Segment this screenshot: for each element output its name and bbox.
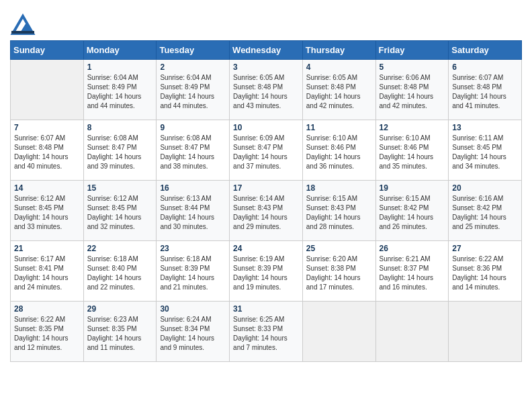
- sunset-label: Sunset: 8:39 PM: [233, 265, 283, 272]
- calendar-cell: 27 Sunrise: 6:22 AM Sunset: 8:36 PM Dayl…: [449, 241, 522, 302]
- day-info: Sunrise: 6:10 AM Sunset: 8:46 PM Dayligh…: [306, 134, 372, 171]
- day-info: Sunrise: 6:04 AM Sunset: 8:49 PM Dayligh…: [160, 73, 226, 111]
- daylight-label: Daylight: 14 hours and 43 minutes.: [233, 93, 287, 109]
- calendar-cell: 1 Sunrise: 6:04 AM Sunset: 8:49 PM Dayli…: [83, 60, 157, 120]
- day-number: 5: [380, 62, 445, 72]
- calendar-cell: 8 Sunrise: 6:08 AM Sunset: 8:47 PM Dayli…: [83, 120, 157, 181]
- calendar-cell: 14 Sunrise: 6:12 AM Sunset: 8:45 PM Dayl…: [11, 181, 84, 241]
- sunrise-label: Sunrise: 6:18 AM: [87, 255, 138, 263]
- calendar-cell: 22 Sunrise: 6:18 AM Sunset: 8:40 PM Dayl…: [83, 241, 157, 302]
- day-info: Sunrise: 6:15 AM Sunset: 8:43 PM Dayligh…: [306, 194, 372, 232]
- sunset-label: Sunset: 8:47 PM: [160, 144, 210, 151]
- sunrise-label: Sunrise: 6:06 AM: [380, 74, 431, 81]
- weekday-header-sunday: Sunday: [11, 41, 84, 60]
- sunrise-label: Sunrise: 6:22 AM: [452, 255, 503, 263]
- daylight-label: Daylight: 14 hours and 9 minutes.: [160, 334, 214, 351]
- day-number: 18: [306, 183, 372, 193]
- calendar-week-row: 1 Sunrise: 6:04 AM Sunset: 8:49 PM Dayli…: [11, 60, 522, 120]
- sunrise-label: Sunrise: 6:19 AM: [233, 255, 284, 263]
- daylight-label: Daylight: 14 hours and 44 minutes.: [87, 93, 142, 109]
- calendar-cell: 18 Sunrise: 6:15 AM Sunset: 8:43 PM Dayl…: [302, 181, 375, 241]
- calendar-cell: 4 Sunrise: 6:05 AM Sunset: 8:48 PM Dayli…: [302, 60, 375, 120]
- day-number: 16: [160, 183, 226, 193]
- sunrise-label: Sunrise: 6:09 AM: [233, 134, 284, 142]
- logo: [10, 11, 38, 36]
- sunrise-label: Sunrise: 6:14 AM: [233, 195, 284, 202]
- sunrise-label: Sunrise: 6:12 AM: [87, 195, 138, 202]
- calendar-week-row: 28 Sunrise: 6:22 AM Sunset: 8:35 PM Dayl…: [11, 302, 522, 362]
- calendar-cell: 16 Sunrise: 6:13 AM Sunset: 8:44 PM Dayl…: [157, 181, 230, 241]
- sunrise-label: Sunrise: 6:24 AM: [160, 316, 211, 323]
- sunrise-label: Sunrise: 6:10 AM: [380, 134, 431, 142]
- sunset-label: Sunset: 8:35 PM: [14, 325, 64, 332]
- day-info: Sunrise: 6:14 AM Sunset: 8:43 PM Dayligh…: [233, 194, 299, 232]
- day-info: Sunrise: 6:19 AM Sunset: 8:39 PM Dayligh…: [233, 255, 299, 292]
- calendar-cell: 29 Sunrise: 6:23 AM Sunset: 8:35 PM Dayl…: [83, 302, 157, 362]
- day-info: Sunrise: 6:10 AM Sunset: 8:46 PM Dayligh…: [380, 134, 445, 171]
- sunset-label: Sunset: 8:37 PM: [380, 265, 429, 272]
- calendar-cell: 26 Sunrise: 6:21 AM Sunset: 8:37 PM Dayl…: [375, 241, 449, 302]
- sunset-label: Sunset: 8:39 PM: [160, 265, 210, 272]
- logo-icon: [10, 11, 36, 36]
- sunset-label: Sunset: 8:41 PM: [14, 265, 64, 272]
- day-number: 2: [160, 62, 226, 72]
- day-info: Sunrise: 6:05 AM Sunset: 8:48 PM Dayligh…: [233, 73, 299, 111]
- daylight-label: Daylight: 14 hours and 28 minutes.: [306, 214, 361, 230]
- day-info: Sunrise: 6:22 AM Sunset: 8:35 PM Dayligh…: [14, 315, 80, 353]
- sunrise-label: Sunrise: 6:07 AM: [14, 134, 65, 142]
- weekday-header-row: SundayMondayTuesdayWednesdayThursdayFrid…: [11, 41, 522, 60]
- day-number: 9: [160, 123, 226, 132]
- day-info: Sunrise: 6:08 AM Sunset: 8:47 PM Dayligh…: [87, 134, 153, 171]
- calendar-cell: 21 Sunrise: 6:17 AM Sunset: 8:41 PM Dayl…: [11, 241, 84, 302]
- calendar-cell: 6 Sunrise: 6:07 AM Sunset: 8:48 PM Dayli…: [449, 60, 522, 120]
- weekday-header-tuesday: Tuesday: [157, 41, 230, 60]
- sunset-label: Sunset: 8:45 PM: [87, 204, 137, 212]
- sunset-label: Sunset: 8:49 PM: [160, 83, 210, 91]
- day-number: 22: [87, 244, 153, 253]
- day-number: 25: [306, 244, 372, 253]
- sunset-label: Sunset: 8:48 PM: [380, 83, 429, 91]
- sunset-label: Sunset: 8:38 PM: [306, 265, 356, 272]
- day-number: 15: [87, 183, 153, 193]
- sunrise-label: Sunrise: 6:15 AM: [380, 195, 431, 202]
- daylight-label: Daylight: 14 hours and 25 minutes.: [452, 214, 506, 230]
- calendar-cell: 11 Sunrise: 6:10 AM Sunset: 8:46 PM Dayl…: [302, 120, 375, 181]
- sunset-label: Sunset: 8:47 PM: [87, 144, 137, 151]
- calendar-cell: 31 Sunrise: 6:25 AM Sunset: 8:33 PM Dayl…: [230, 302, 303, 362]
- sunrise-label: Sunrise: 6:08 AM: [87, 134, 138, 142]
- sunset-label: Sunset: 8:48 PM: [452, 83, 502, 91]
- day-number: 4: [306, 62, 372, 72]
- sunrise-label: Sunrise: 6:10 AM: [306, 134, 357, 142]
- day-info: Sunrise: 6:08 AM Sunset: 8:47 PM Dayligh…: [160, 134, 226, 171]
- sunrise-label: Sunrise: 6:21 AM: [380, 255, 431, 263]
- sunrise-label: Sunrise: 6:05 AM: [306, 74, 357, 81]
- day-number: 17: [233, 183, 299, 193]
- sunset-label: Sunset: 8:42 PM: [380, 204, 429, 212]
- sunrise-label: Sunrise: 6:05 AM: [233, 74, 284, 81]
- day-info: Sunrise: 6:04 AM Sunset: 8:49 PM Dayligh…: [87, 73, 153, 111]
- sunset-label: Sunset: 8:48 PM: [14, 144, 64, 151]
- daylight-label: Daylight: 14 hours and 36 minutes.: [306, 153, 361, 170]
- sunset-label: Sunset: 8:44 PM: [160, 204, 210, 212]
- sunset-label: Sunset: 8:47 PM: [233, 144, 283, 151]
- weekday-header-thursday: Thursday: [302, 41, 375, 60]
- day-number: 28: [14, 304, 80, 314]
- calendar-cell: [302, 302, 375, 362]
- calendar-cell: 7 Sunrise: 6:07 AM Sunset: 8:48 PM Dayli…: [11, 120, 84, 181]
- calendar-cell: 15 Sunrise: 6:12 AM Sunset: 8:45 PM Dayl…: [83, 181, 157, 241]
- daylight-label: Daylight: 14 hours and 22 minutes.: [87, 274, 142, 291]
- calendar-cell: 3 Sunrise: 6:05 AM Sunset: 8:48 PM Dayli…: [230, 60, 303, 120]
- day-number: 30: [160, 304, 226, 314]
- sunrise-label: Sunrise: 6:04 AM: [87, 74, 138, 81]
- day-number: 6: [452, 62, 518, 72]
- calendar-cell: 5 Sunrise: 6:06 AM Sunset: 8:48 PM Dayli…: [375, 60, 449, 120]
- sunset-label: Sunset: 8:40 PM: [87, 265, 137, 272]
- sunrise-label: Sunrise: 6:08 AM: [160, 134, 211, 142]
- day-number: 11: [306, 123, 372, 132]
- daylight-label: Daylight: 14 hours and 44 minutes.: [160, 93, 214, 109]
- sunset-label: Sunset: 8:46 PM: [380, 144, 429, 151]
- calendar-cell: 28 Sunrise: 6:22 AM Sunset: 8:35 PM Dayl…: [11, 302, 84, 362]
- weekday-header-wednesday: Wednesday: [230, 41, 303, 60]
- day-info: Sunrise: 6:18 AM Sunset: 8:39 PM Dayligh…: [160, 255, 226, 292]
- calendar-cell: 25 Sunrise: 6:20 AM Sunset: 8:38 PM Dayl…: [302, 241, 375, 302]
